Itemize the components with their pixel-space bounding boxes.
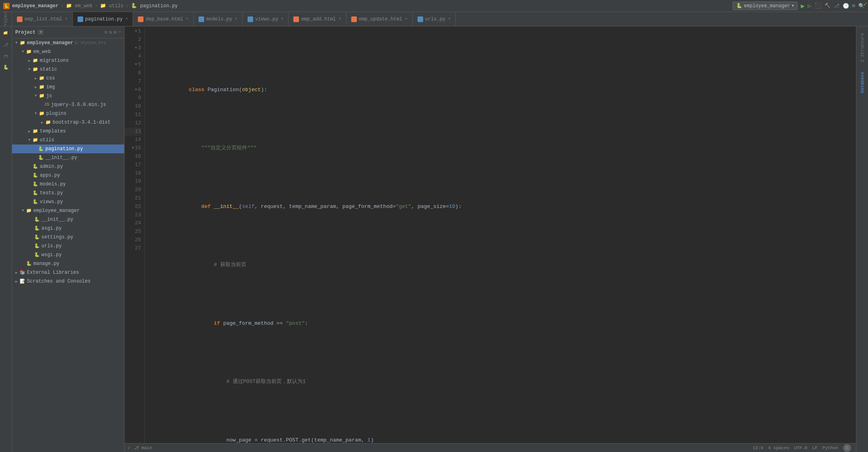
fold-15: ▼ — [132, 145, 134, 151]
tree-item-css[interactable]: ▶ 📁 css — [12, 74, 124, 83]
tree-item-wsgi[interactable]: 🐍 wsgi.py — [12, 250, 124, 259]
line-sep-label: LF — [812, 446, 817, 450]
project-dropdown[interactable]: ▼ — [38, 30, 43, 35]
tab-close-dep-base[interactable]: × — [186, 17, 188, 21]
tree-item-pagination[interactable]: 🐍 pagination.py — [12, 145, 124, 153]
git-button[interactable]: ⎇ — [834, 3, 839, 9]
tree-item-init-utils[interactable]: 🐍 __init__.py — [12, 153, 124, 162]
tab-urls[interactable]: urls.py × — [413, 12, 456, 26]
tree-item-emweb[interactable]: ▼ 📁 em_web — [12, 47, 124, 56]
vcs-tool-btn[interactable]: ⎇ — [1, 39, 11, 50]
tree-item-views-emweb[interactable]: 🐍 views.py — [12, 197, 124, 206]
tab-close-pagination[interactable]: × — [125, 17, 128, 21]
tree-item-settings[interactable]: 🐍 settings.py — [12, 233, 124, 242]
tree-item-models-emweb[interactable]: 🐍 models.py — [12, 180, 124, 189]
folder-icon-root: 📁 — [19, 40, 26, 46]
stop-button[interactable]: ⬛ — [815, 2, 821, 9]
git-branch-label: ⎇ main — [134, 445, 152, 450]
folder-icon-bootstrap: 📁 — [45, 120, 51, 125]
folder-icon-emweb: 📁 — [26, 49, 32, 55]
expand-icon[interactable]: ⇅ — [109, 29, 112, 35]
code-line-3: def __init__(self, request, temp_name_pa… — [151, 194, 856, 219]
tree-item-utils[interactable]: ▼ 📁 utils — [12, 136, 124, 145]
tab-emp-update[interactable]: emp_update.html × — [346, 12, 413, 26]
layout-button[interactable]: ⊞ — [852, 3, 855, 9]
tree-item-scratches[interactable]: ▶ 📝 Scratches and Consoles — [12, 277, 124, 286]
py-file-icon-asgi: 🐍 — [34, 226, 40, 231]
folder-icon-utils: 📁 — [32, 137, 39, 143]
minimize-icon[interactable]: — — [118, 29, 121, 35]
build-button[interactable]: 🔨 — [825, 3, 831, 9]
statusbar: ✓ ⎇ main 13:8 4 spaces UTF-8 LF Python 英 — [125, 443, 856, 452]
tree-item-templates[interactable]: ▶ 📁 templates — [12, 127, 124, 136]
tab-emp-list[interactable]: emp_list.html × — [12, 12, 73, 26]
tabbar: Project emp_list.html × pagination.py × … — [0, 12, 868, 26]
settings-gear-icon[interactable]: ⚙ — [114, 29, 117, 35]
label-emp-mgr: employee_manager — [33, 208, 80, 214]
tree-item-jquery[interactable]: JS jquery-3.6.0.min.js — [12, 100, 124, 109]
tab-emp-add[interactable]: emp_add.html × — [289, 12, 346, 26]
structure-panel-btn[interactable]: Z Structure — [859, 30, 866, 65]
status-check: ✓ — [128, 445, 131, 450]
tree-item-urls-mgr[interactable]: 🐍 urls.py — [12, 242, 124, 250]
breadcrumb-sep1: › — [61, 3, 63, 9]
tab-label-emp-list: emp_list.html — [25, 16, 62, 22]
tree-item-apps[interactable]: 🐍 apps.py — [12, 171, 124, 180]
tree-item-static[interactable]: ▼ 📁 static — [12, 65, 124, 74]
label-css: css — [46, 75, 55, 81]
label-emweb: em_web — [33, 49, 51, 55]
arrow-plugins: ▼ — [33, 112, 39, 116]
run-button[interactable]: ▶ — [801, 2, 805, 10]
tree-item-admin[interactable]: 🐍 admin.py — [12, 162, 124, 171]
tab-dep-base[interactable]: dep_base.html × — [133, 12, 194, 26]
tab-pagination[interactable]: pagination.py × — [73, 12, 133, 26]
tab-close-emp-update[interactable]: × — [405, 17, 407, 21]
tree-item-ext-lib[interactable]: ▶ 📚 External Libraries — [12, 268, 124, 277]
project-tool-btn[interactable]: 📁 — [1, 28, 11, 39]
folder-icon-js: 📁 — [39, 93, 45, 99]
label-utils: utils — [40, 137, 54, 143]
tree-item-tests[interactable]: 🐍 tests.py — [12, 189, 124, 197]
right-tools: Z Structure Database — [856, 26, 868, 452]
tree-item-migrations[interactable]: ▶ 📁 migrations — [12, 56, 124, 65]
tree-item-js[interactable]: ▼ 📁 js — [12, 92, 124, 100]
tab-close-views[interactable]: × — [281, 17, 283, 21]
sync-icon[interactable]: ⊙ — [104, 29, 107, 35]
profile-button[interactable]: ▷ — [808, 2, 811, 9]
label-root: employee_manager — [27, 40, 73, 46]
tree-item-init-mgr[interactable]: 🐍 __init__.py — [12, 215, 124, 224]
tree-item-root[interactable]: ▼ 📁 employee_manager D:\Python_Pro — [12, 39, 124, 47]
tree-item-plugins[interactable]: ▼ 📁 plugins — [12, 109, 124, 118]
tree-item-emp-mgr[interactable]: ▼ 📁 employee_manager — [12, 206, 124, 215]
folder-icon-templates: 📁 — [32, 128, 39, 134]
tab-label-dep-base: dep_base.html — [145, 16, 183, 22]
tab-close-models[interactable]: × — [235, 17, 237, 21]
tab-close-emp-list[interactable]: × — [65, 17, 68, 21]
python-tool-btn[interactable]: 🐍 — [1, 62, 11, 72]
tab-close-urls[interactable]: × — [448, 17, 450, 21]
tab-views[interactable]: views.py × — [243, 12, 289, 26]
tab-label-emp-update: emp_update.html — [359, 16, 402, 22]
arrow-css: ▶ — [33, 76, 39, 81]
code-area[interactable]: ▼ 1 2 ▼ 3 4 ▼ 5 6 7 ▼ — [125, 26, 856, 443]
sidebar-header-icons: ⊙ ⇅ ⚙ — — [104, 29, 121, 35]
sidebar-toggle[interactable]: Project — [0, 12, 12, 26]
folder-icon-emp-mgr: 📁 — [26, 208, 32, 214]
tree-item-manage[interactable]: 🐍 manage.py — [12, 259, 124, 268]
label-init-mgr: __init__.py — [41, 217, 73, 222]
clock-button[interactable]: 🕐 — [843, 3, 849, 9]
code-line-2: """自定义分页组件""" — [151, 136, 856, 161]
database-panel-btn[interactable]: Database — [859, 69, 866, 96]
tree-item-bootstrap[interactable]: ▶ 📁 bootstrap-3.4.1-dist — [12, 118, 124, 127]
label-asgi: asgi.py — [41, 226, 61, 231]
tree-item-img[interactable]: ▶ 📁 img — [12, 83, 124, 92]
tree-item-asgi[interactable]: 🐍 asgi.py — [12, 224, 124, 233]
tab-models[interactable]: models.py × — [194, 12, 243, 26]
tab-close-emp-add[interactable]: × — [339, 17, 341, 21]
py-file-icon-urls-mgr: 🐍 — [34, 243, 40, 249]
py-file-icon-init-utils: 🐍 — [38, 155, 44, 161]
code-content[interactable]: class Pagination(object): """自定义分页组件""" … — [145, 26, 856, 443]
project-selector[interactable]: 🐍 employee_manager ▼ — [733, 2, 798, 10]
db-tool-btn[interactable]: 🗃 — [1, 51, 11, 61]
label-urls-mgr: urls.py — [41, 243, 61, 249]
